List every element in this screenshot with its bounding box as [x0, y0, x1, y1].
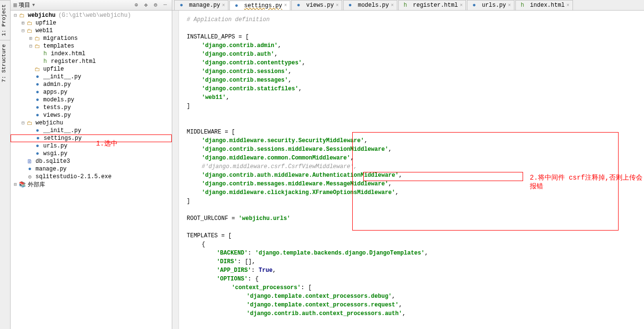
tree-file-index-html[interactable]: h index.html — [11, 50, 172, 58]
tree-folder-webjichu[interactable]: ⊟ 🗀 webjichu — [11, 119, 172, 127]
tree-label: urls.py — [43, 143, 67, 149]
tree-file-settings-py[interactable]: ● settings.py — [11, 134, 172, 142]
collapse-toggle[interactable]: ⊟ — [20, 28, 26, 34]
tree-path-hint: (G:\git\web\webjichu) — [59, 12, 131, 19]
close-icon[interactable]: × — [391, 3, 394, 8]
tree-label: manage.py — [36, 166, 67, 172]
python-file-icon: ● — [34, 143, 41, 149]
annotation-text-1: 1.选中 — [96, 139, 118, 148]
python-file-icon: ● — [26, 166, 34, 172]
editor-area: ● manage.py × ● settings.py × ● views.py… — [172, 0, 644, 329]
folder-icon: 🗀 — [34, 35, 41, 42]
tree-file-admin-py[interactable]: ● admin.py — [11, 81, 172, 88]
expand-toggle[interactable]: ⊞ — [12, 182, 18, 187]
close-icon[interactable]: × — [284, 3, 287, 8]
project-tool-tab[interactable]: 1: Project — [0, 0, 10, 40]
editor-tabs: ● manage.py × ● settings.py × ● views.py… — [172, 0, 644, 11]
collapse-toggle[interactable]: ⊟ — [20, 120, 26, 126]
expand-toggle[interactable]: ⊞ — [28, 36, 34, 41]
tree-folder-migrations[interactable]: ⊞ 🗀 migrations — [11, 35, 172, 42]
python-file-icon: ● — [34, 104, 41, 111]
tree-label: templates — [43, 43, 74, 49]
tree-folder-upfile2[interactable]: 🗀 upfile — [11, 65, 172, 73]
code-content[interactable]: # Application definition INSTALLED_APPS … — [172, 11, 644, 323]
folder-icon: 🗀 — [34, 66, 41, 73]
tree-file-tests-py[interactable]: ● tests.py — [11, 104, 172, 111]
folder-icon: 🗀 — [34, 43, 41, 49]
tree-label: __init__.py — [43, 73, 81, 80]
project-panel-title: 项目 — [19, 1, 30, 9]
tree-file-init2-py[interactable]: ● __init__.py — [11, 127, 172, 134]
html-file-icon: h — [402, 2, 409, 9]
collapse-toggle[interactable]: ⊟ — [12, 12, 18, 18]
dropdown-icon[interactable]: ▼ — [32, 3, 35, 8]
close-icon[interactable]: × — [460, 3, 463, 8]
expand-toggle[interactable]: ⊞ — [20, 20, 26, 26]
tree-file-views-py[interactable]: ● views.py — [11, 111, 172, 119]
close-icon[interactable]: × — [336, 3, 339, 8]
code-editor[interactable]: # Application definition INSTALLED_APPS … — [172, 11, 644, 329]
gear-icon[interactable]: ✥ — [142, 1, 150, 9]
tab-label: index.html — [530, 2, 565, 9]
close-icon[interactable]: × — [222, 3, 225, 8]
tree-file-register-html[interactable]: h register.html — [11, 58, 172, 65]
tab-label: register.html — [413, 2, 458, 9]
tree-file-manage-py[interactable]: ● manage.py — [11, 165, 172, 173]
tree-file-sqlitestudio[interactable]: ⚙ sqlitestudio-2.1.5.exe — [11, 173, 172, 181]
minimize-icon[interactable]: ┄ — [161, 1, 169, 9]
tab-label: urls.py — [482, 2, 506, 9]
tree-label: models.py — [43, 97, 74, 103]
tree-file-init-py[interactable]: ● __init__.py — [11, 73, 172, 81]
tree-label: __init__.py — [43, 127, 81, 134]
tree-label: migrations — [43, 35, 78, 42]
tree-label: index.html — [51, 50, 85, 57]
tree-label: db.sqlite3 — [36, 158, 70, 165]
python-file-icon: ● — [34, 97, 41, 103]
tab-label: settings.py — [244, 2, 282, 9]
exe-file-icon: ⚙ — [26, 173, 34, 180]
html-file-icon: h — [41, 58, 49, 65]
tree-folder-upfile[interactable]: ⊞ 🗀 upfile — [11, 19, 172, 27]
tab-register-html[interactable]: h register.html × — [398, 0, 466, 10]
folder-icon: 🗀 — [26, 120, 34, 126]
tab-views-py[interactable]: ● views.py × — [291, 0, 342, 10]
tree-external-libs[interactable]: ⊞ 📚 外部库 — [11, 181, 172, 188]
collapse-icon[interactable]: ⊕ — [132, 1, 140, 9]
tree-label: upfile — [43, 66, 64, 73]
tree-file-db-sqlite[interactable]: 🗎 db.sqlite3 — [11, 158, 172, 165]
tree-label: sqlitestudio-2.1.5.exe — [36, 173, 111, 180]
tree-label: web11 — [36, 27, 53, 34]
structure-tool-tab[interactable]: 7: Structure — [0, 40, 10, 86]
project-tree[interactable]: ⊟ 🗀 webjichu (G:\git\web\webjichu) ⊞ 🗀 u… — [11, 11, 172, 329]
collapse-toggle[interactable]: ⊟ — [28, 43, 34, 49]
tab-label: models.py — [358, 2, 389, 9]
tab-manage-py[interactable]: ● manage.py × — [174, 0, 228, 10]
python-file-icon: ● — [34, 135, 42, 142]
tree-label: register.html — [51, 58, 96, 65]
tree-file-urls-py[interactable]: ● urls.py — [11, 142, 172, 150]
python-file-icon: ● — [34, 73, 41, 80]
tree-file-apps-py[interactable]: ● apps.py — [11, 88, 172, 96]
close-icon[interactable]: × — [508, 3, 511, 8]
tab-models-py[interactable]: ● models.py × — [343, 0, 397, 10]
folder-icon: 🗀 — [26, 20, 34, 26]
tab-urls-py[interactable]: ● urls.py × — [467, 0, 514, 10]
python-file-icon: ● — [34, 81, 41, 88]
tree-file-wsgi-py[interactable]: ● wsgi.py — [11, 150, 172, 158]
python-file-icon: ● — [34, 89, 41, 96]
tree-folder-templates[interactable]: ⊟ 🗀 templates — [11, 42, 172, 50]
python-file-icon: ● — [34, 127, 41, 134]
tree-folder-web11[interactable]: ⊟ 🗀 web11 — [11, 27, 172, 35]
tree-label: admin.py — [43, 81, 71, 88]
tab-settings-py[interactable]: ● settings.py × — [229, 0, 290, 11]
tree-file-models-py[interactable]: ● models.py — [11, 96, 172, 104]
tree-label: 外部库 — [28, 181, 45, 189]
tab-index-html[interactable]: h index.html × — [515, 0, 573, 10]
tab-label: views.py — [306, 2, 334, 9]
close-icon[interactable]: × — [567, 3, 570, 8]
project-panel: ▦ 项目 ▼ ⊕ ✥ ⚙ ┄ ⊟ 🗀 webjichu (G:\git\web\… — [11, 0, 172, 329]
python-file-icon: ● — [346, 2, 354, 9]
hide-icon[interactable]: ⚙ — [152, 1, 159, 9]
editor-gutter — [172, 11, 179, 329]
tree-root[interactable]: ⊟ 🗀 webjichu (G:\git\web\webjichu) — [11, 12, 172, 19]
